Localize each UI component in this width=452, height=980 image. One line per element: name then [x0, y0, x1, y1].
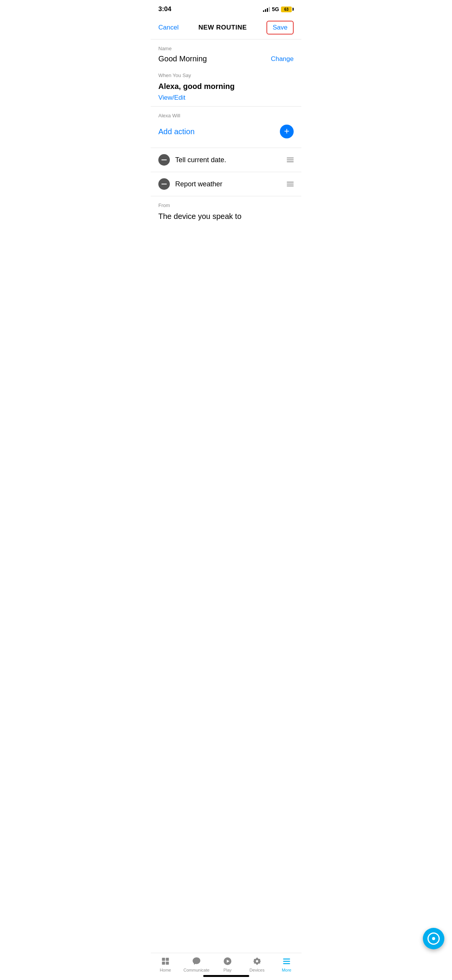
nav-bar: Cancel NEW ROUTINE Save [151, 16, 301, 39]
action-item-1: Tell current date. [151, 148, 301, 172]
alexa-will-section: Alexa Will Add action + [151, 107, 301, 148]
change-name-button[interactable]: Change [271, 55, 294, 63]
alexa-will-label: Alexa Will [158, 113, 294, 118]
add-action-row: Add action + [158, 125, 294, 143]
cancel-button[interactable]: Cancel [158, 24, 179, 31]
main-content: Name Good Morning Change When You Say Al… [151, 39, 301, 255]
status-bar: 3:04 5G 63 [151, 0, 301, 16]
trigger-phrase: Alexa, good morning [158, 82, 294, 91]
view-edit-button[interactable]: View/Edit [158, 94, 186, 101]
signal-icon [263, 7, 270, 12]
bottom-safe-area [151, 224, 301, 255]
action-text-1: Tell current date. [175, 156, 281, 164]
name-row: Good Morning Change [158, 54, 294, 63]
drag-handle-1[interactable] [287, 158, 294, 162]
add-action-plus-button[interactable]: + [280, 125, 294, 138]
status-time: 3:04 [158, 5, 171, 13]
page-title: NEW ROUTINE [198, 24, 247, 31]
remove-action-1-button[interactable] [158, 154, 170, 166]
from-label: From [158, 202, 294, 208]
routine-name: Good Morning [158, 54, 207, 63]
save-button[interactable]: Save [266, 21, 294, 35]
network-label: 5G [272, 6, 279, 12]
action-item-2: Report weather [151, 172, 301, 196]
when-you-say-label: When You Say [158, 72, 294, 78]
from-value: The device you speak to [158, 212, 294, 221]
when-you-say-section: When You Say Alexa, good morning View/Ed… [151, 66, 301, 106]
add-action-button[interactable]: Add action [158, 127, 195, 136]
name-label: Name [158, 46, 294, 51]
remove-action-2-button[interactable] [158, 178, 170, 190]
battery-level: 63 [281, 7, 292, 12]
battery-icon: 63 [281, 7, 294, 12]
from-section: From The device you speak to [151, 196, 301, 224]
name-section: Name Good Morning Change [151, 39, 301, 66]
plus-icon: + [284, 127, 289, 136]
status-right: 5G 63 [263, 6, 294, 12]
drag-handle-2[interactable] [287, 182, 294, 186]
action-text-2: Report weather [175, 180, 281, 188]
